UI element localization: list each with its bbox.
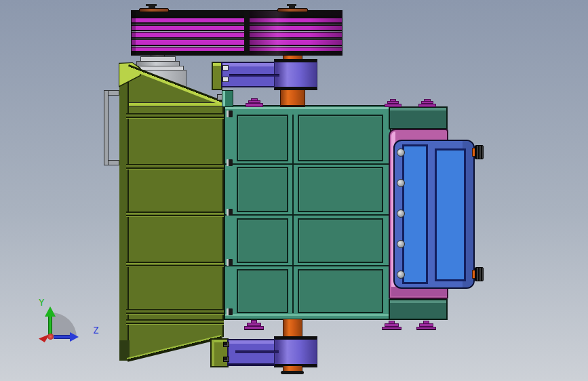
bearing-top-slot	[229, 74, 279, 77]
door-bolt[interactable]	[397, 270, 405, 279]
flange-top[interactable]	[418, 99, 436, 107]
door-bolt[interactable]	[397, 148, 405, 157]
screen-panel[interactable]	[237, 115, 288, 161]
hopper-rib	[126, 164, 224, 169]
door-bolt[interactable]	[397, 240, 405, 248]
screen-panel[interactable]	[298, 218, 383, 263]
door-panel-right[interactable]	[435, 148, 466, 281]
axis-z-arrow	[54, 335, 71, 339]
axis-z-arrowhead	[70, 332, 79, 342]
frame-center-line	[292, 115, 294, 313]
foot-step	[416, 327, 436, 330]
rail-bolt[interactable]	[227, 209, 233, 216]
bearing-bottom-slot	[235, 350, 279, 353]
screen-panel[interactable]	[237, 218, 288, 263]
belt-drive[interactable]	[131, 10, 342, 56]
bearing-bolt	[223, 357, 229, 362]
frame-block-bottom-right[interactable]	[389, 299, 448, 320]
foot-step	[244, 326, 264, 330]
cad-viewport: Y Z	[0, 0, 588, 381]
door-plate-blue[interactable]	[393, 140, 475, 289]
hopper-rib	[126, 212, 224, 217]
frame-beam-top-right[interactable]	[389, 106, 448, 129]
screen-panel[interactable]	[298, 269, 383, 313]
hopper-rib	[126, 262, 224, 267]
frame-divider-line	[225, 214, 390, 216]
flange-step	[418, 104, 436, 107]
pulley-right-cap[interactable]	[277, 8, 308, 12]
bearing-bottom-cylinder	[274, 336, 317, 367]
flange-step	[246, 103, 263, 107]
pulley-left-shading	[132, 11, 246, 55]
rail-bolt[interactable]	[227, 111, 233, 117]
pulley-left-nut-bar	[146, 4, 157, 6]
hopper-rib	[126, 113, 224, 119]
corner-bolt	[217, 94, 222, 100]
rail-bolt[interactable]	[227, 308, 233, 315]
pulley-right-shading	[250, 11, 342, 55]
hopper[interactable]	[119, 64, 224, 363]
hopper-top-band	[129, 102, 224, 106]
screen-panel[interactable]	[298, 115, 383, 161]
bearing-bolt	[222, 77, 229, 82]
foot-flange[interactable]	[416, 321, 436, 330]
screen-panel[interactable]	[237, 167, 288, 212]
door-bolt[interactable]	[397, 209, 405, 218]
door-bolt[interactable]	[397, 179, 405, 187]
bearing-top-cylinder	[274, 59, 317, 90]
frame-divider-line	[225, 265, 390, 266]
foot-step	[382, 327, 401, 330]
axis-y-label: Y	[39, 298, 44, 307]
bracket-left-face	[212, 340, 214, 366]
axis-y-arrowhead	[45, 306, 56, 317]
frame-top-edge	[225, 107, 390, 109]
pulley-left-cap[interactable]	[139, 8, 169, 12]
axis-z-label: Z	[93, 325, 98, 335]
bearing-bolt	[223, 342, 229, 347]
bearing-bolt	[222, 65, 229, 71]
flange-step	[385, 104, 401, 107]
frame-corner-post	[222, 90, 233, 107]
frame-divider-line	[225, 163, 390, 165]
door-panel-left[interactable]	[402, 144, 428, 284]
rail-bolt[interactable]	[227, 259, 233, 266]
bracket-top-face	[213, 63, 221, 66]
drive-shaft-end-cap	[281, 371, 304, 374]
pulley-seam	[244, 11, 250, 55]
orientation-triad: Y Z	[27, 292, 109, 373]
flange-top[interactable]	[246, 98, 263, 107]
screen-frame[interactable]	[224, 105, 391, 320]
handle-side-bar	[104, 90, 109, 165]
side-bolt[interactable]	[475, 267, 484, 281]
foot-flange[interactable]	[244, 320, 264, 330]
screen-panel[interactable]	[298, 167, 383, 212]
screen-panel[interactable]	[237, 269, 288, 313]
hopper-rib	[126, 309, 224, 315]
rail-bolt[interactable]	[227, 159, 233, 166]
drive-shaft-bottom[interactable]	[283, 319, 302, 338]
foot-flange[interactable]	[382, 321, 401, 330]
axis-origin-dot	[47, 334, 54, 340]
side-bolt[interactable]	[475, 145, 484, 159]
frame-bottom-edge	[225, 314, 390, 316]
flange-top[interactable]	[385, 99, 401, 107]
pulley-right-nut-bar	[287, 4, 296, 6]
hopper-rib	[126, 319, 224, 325]
